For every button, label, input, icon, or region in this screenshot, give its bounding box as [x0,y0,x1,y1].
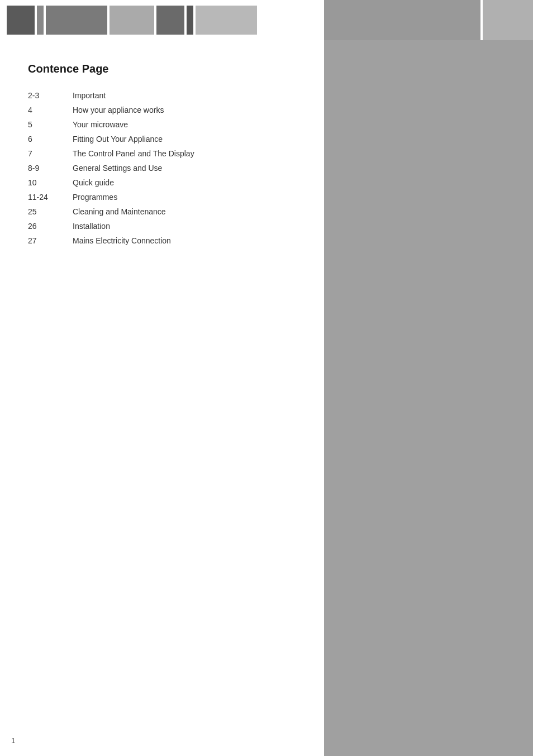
toc-row: 2-3Important [28,91,296,100]
toc-entry-title: Mains Electricity Connection [73,236,296,245]
banner-block-1 [7,6,35,35]
banner-block-2 [37,6,44,35]
toc-row: 5Your microwave [28,120,296,129]
main-content: Contence Page 2-3Important4How your appl… [0,40,533,756]
toc-row: 26Installation [28,222,296,231]
left-panel: Contence Page 2-3Important4How your appl… [0,40,324,756]
toc-entry-title: The Control Panel and The Display [73,149,296,158]
banner-right [324,0,480,40]
toc-entry-title: Programmes [73,193,296,202]
top-banner [0,0,533,40]
page-number: 1 [11,736,15,745]
toc-entry-title: Quick guide [73,178,296,187]
toc-row: 7The Control Panel and The Display [28,149,296,158]
toc-entry-title: Your microwave [73,120,296,129]
toc-page-number: 5 [28,120,73,129]
toc-container: 2-3Important4How your appliance works5Yo… [28,91,296,245]
toc-page-number: 7 [28,149,73,158]
toc-page-number: 4 [28,106,73,114]
toc-page-number: 2-3 [28,91,73,100]
toc-page-number: 11-24 [28,193,73,202]
toc-entry-title: Cleaning and Maintenance [73,207,296,216]
right-panel [324,40,533,756]
toc-entry-title: How your appliance works [73,106,296,114]
toc-entry-title: Fitting Out Your Appliance [73,135,296,143]
banner-block-3 [46,6,107,35]
banner-block-5 [156,6,184,35]
toc-page-number: 6 [28,135,73,143]
toc-entry-title: Installation [73,222,296,231]
banner-block-6 [187,6,193,35]
toc-row: 6Fitting Out Your Appliance [28,135,296,143]
banner-block-7 [196,6,257,35]
toc-entry-title: General Settings and Use [73,164,296,173]
page-title: Contence Page [28,63,296,75]
banner-left [0,0,324,40]
toc-row: 27Mains Electricity Connection [28,236,296,245]
toc-page-number: 26 [28,222,73,231]
toc-row: 11-24Programmes [28,193,296,202]
toc-page-number: 8-9 [28,164,73,173]
toc-row: 8-9General Settings and Use [28,164,296,173]
toc-page-number: 10 [28,178,73,187]
toc-page-number: 27 [28,236,73,245]
banner-block-4 [110,6,154,35]
banner-far-right [483,0,533,40]
toc-row: 10Quick guide [28,178,296,187]
toc-entry-title: Important [73,91,296,100]
toc-row: 4How your appliance works [28,106,296,114]
toc-page-number: 25 [28,207,73,216]
toc-row: 25Cleaning and Maintenance [28,207,296,216]
